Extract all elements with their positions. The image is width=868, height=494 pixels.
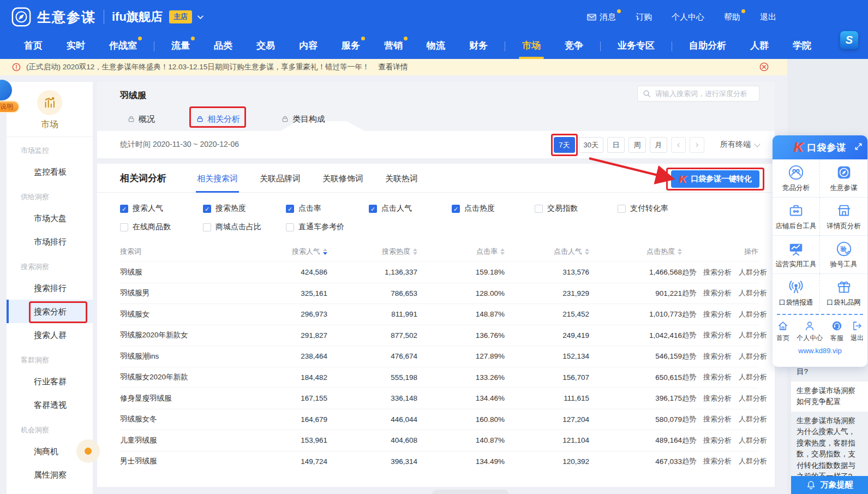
checkbox-box[interactable] <box>535 205 543 213</box>
nav-item-财务[interactable]: 财务 <box>469 34 488 59</box>
action-link-人群分析[interactable]: 人群分析 <box>739 414 767 424</box>
action-link-搜索分析[interactable]: 搜索分析 <box>703 436 732 445</box>
pocket-footer-个人中心[interactable]: 个人中心 <box>797 320 823 343</box>
action-link-趋势[interactable]: 趋势 <box>682 394 696 403</box>
word-tab-关联修饰词[interactable]: 关联修饰词 <box>322 164 363 193</box>
checkbox-搜索人气[interactable]: ✓搜索人气 <box>120 204 203 213</box>
action-link-趋势[interactable]: 趋势 <box>682 436 696 445</box>
checkbox-点击人气[interactable]: ✓点击人气 <box>369 204 452 213</box>
checkbox-box[interactable]: ✓ <box>286 205 294 213</box>
header-action-帮助[interactable]: 帮助 <box>724 12 740 22</box>
action-link-趋势[interactable]: 趋势 <box>682 288 696 298</box>
sort-caret[interactable] <box>678 248 682 255</box>
sidebar-item-监控看板[interactable]: 监控看板 <box>7 160 93 183</box>
nav-item-自助分析[interactable]: 自助分析 <box>689 34 726 59</box>
checkbox-在线商品数[interactable]: 在线商品数 <box>120 222 203 232</box>
pocket-tool-竞品分析[interactable]: 竞品分析 <box>773 159 820 198</box>
sort-caret[interactable] <box>500 248 505 255</box>
action-link-人群分析[interactable]: 人群分析 <box>739 310 767 319</box>
sidebar-item-搜索分析[interactable]: 搜索分析 <box>7 300 93 323</box>
word-tab-关联品牌词[interactable]: 关联品牌词 <box>260 164 301 193</box>
action-link-趋势[interactable]: 趋势 <box>682 372 696 382</box>
checkbox-box[interactable]: ✓ <box>203 205 211 213</box>
word-tab-相关搜索词[interactable]: 相关搜索词 <box>197 164 238 193</box>
pocket-tool-验号工具[interactable]: 验验号工具 <box>820 236 867 274</box>
pocket-tool-店铺后台工具[interactable]: 店铺后台工具 <box>773 198 820 236</box>
nav-item-人群[interactable]: 人群 <box>750 34 769 59</box>
sort-caret[interactable] <box>585 248 589 255</box>
action-link-趋势[interactable]: 趋势 <box>682 330 696 340</box>
sort-caret[interactable] <box>413 248 417 255</box>
nav-item-市场[interactable]: 市场 <box>522 34 541 59</box>
action-link-搜索分析[interactable]: 搜索分析 <box>703 310 732 319</box>
header-action-退出[interactable]: 退出 <box>760 12 776 22</box>
action-link-趋势[interactable]: 趋势 <box>682 267 696 277</box>
checkbox-直通车参考价[interactable]: 直通车参考价 <box>286 222 369 232</box>
sidebar-item-市场排行[interactable]: 市场排行 <box>7 230 93 253</box>
date-button-7天[interactable]: 7天 <box>554 137 574 153</box>
action-link-搜索分析[interactable]: 搜索分析 <box>703 394 732 403</box>
nav-item-营销[interactable]: 营销 <box>384 34 403 59</box>
checkbox-box[interactable] <box>618 205 626 213</box>
pocket-footer-退出[interactable]: 退出 <box>851 320 864 343</box>
nav-item-服务[interactable]: 服务 <box>342 34 360 59</box>
nav-item-首页[interactable]: 首页 <box>24 34 43 59</box>
sort-caret[interactable] <box>323 248 327 255</box>
action-link-趋势[interactable]: 趋势 <box>682 456 696 466</box>
checkbox-交易指数[interactable]: 交易指数 <box>535 204 618 213</box>
action-link-人群分析[interactable]: 人群分析 <box>739 352 767 361</box>
header-action-订购[interactable]: 订购 <box>636 12 652 22</box>
tab-类目构成[interactable]: 类目构成 <box>282 107 325 131</box>
action-link-搜索分析[interactable]: 搜索分析 <box>703 414 732 424</box>
header-action-消息[interactable]: 消息 <box>587 12 616 22</box>
faq-reminder-bar[interactable]: 万象提醒 <box>791 476 868 494</box>
action-link-人群分析[interactable]: 人群分析 <box>739 288 767 298</box>
date-button-周[interactable]: 周 <box>628 137 646 153</box>
sidebar-item-淘商机[interactable]: 淘商机 <box>7 439 93 463</box>
action-link-人群分析[interactable]: 人群分析 <box>739 436 767 445</box>
action-link-人群分析[interactable]: 人群分析 <box>739 330 767 340</box>
action-link-人群分析[interactable]: 人群分析 <box>739 394 767 403</box>
checkbox-box[interactable] <box>286 223 294 231</box>
prev-arrow-button[interactable]: ‹ <box>671 137 686 153</box>
action-link-搜索分析[interactable]: 搜索分析 <box>703 456 732 466</box>
checkbox-搜索热度[interactable]: ✓搜索热度 <box>203 204 286 213</box>
checkbox-box[interactable] <box>203 223 211 231</box>
pocket-footer-客服[interactable]: 客服 <box>830 320 843 343</box>
chevron-down-icon[interactable] <box>197 13 203 19</box>
sidebar-item-行业客群[interactable]: 行业客群 <box>7 370 93 393</box>
action-link-人群分析[interactable]: 人群分析 <box>739 372 767 382</box>
nav-item-业务专区[interactable]: 业务专区 <box>618 34 655 59</box>
action-link-搜索分析[interactable]: 搜索分析 <box>703 267 732 277</box>
checkbox-商城点击占比[interactable]: 商城点击占比 <box>203 222 286 232</box>
header-action-个人中心[interactable]: 个人中心 <box>672 12 704 22</box>
tab-相关分析[interactable]: 相关分析 <box>196 107 240 131</box>
nav-item-内容[interactable]: 内容 <box>299 34 318 59</box>
nav-item-学院[interactable]: 学院 <box>793 34 811 59</box>
nav-item-品类[interactable]: 品类 <box>214 34 232 59</box>
help-tag[interactable]: 说明 <box>0 100 20 113</box>
action-link-人群分析[interactable]: 人群分析 <box>739 267 767 277</box>
nav-item-交易[interactable]: 交易 <box>256 34 275 59</box>
checkbox-box[interactable]: ✓ <box>120 205 128 213</box>
action-link-趋势[interactable]: 趋势 <box>682 310 696 319</box>
pocket-tool-口袋情报通[interactable]: 口袋情报通 <box>773 274 820 312</box>
action-link-搜索分析[interactable]: 搜索分析 <box>703 330 732 340</box>
action-link-人群分析[interactable]: 人群分析 <box>739 456 767 466</box>
action-link-搜索分析[interactable]: 搜索分析 <box>703 372 732 382</box>
sidebar-item-搜索人群[interactable]: 搜索人群 <box>7 323 93 347</box>
date-button-月[interactable]: 月 <box>650 137 667 153</box>
terminal-dropdown[interactable]: 所有终端 <box>720 140 759 150</box>
checkbox-点击率[interactable]: ✓点击率 <box>286 204 369 213</box>
notice-detail-link[interactable]: 查看详情 <box>378 62 408 72</box>
sidebar-item-属性洞察[interactable]: 属性洞察 <box>7 463 93 486</box>
pocket-tool-口袋礼品网[interactable]: 口袋礼品网 <box>820 274 867 312</box>
nav-item-实时[interactable]: 实时 <box>67 34 85 59</box>
pocket-tool-详情页分析[interactable]: 详情页分析 <box>820 198 867 236</box>
sidebar-item-客群透视[interactable]: 客群透视 <box>7 393 93 416</box>
date-button-30天[interactable]: 30天 <box>579 137 603 153</box>
checkbox-支付转化率[interactable]: 支付转化率 <box>618 204 701 213</box>
checkbox-box[interactable]: ✓ <box>452 205 460 213</box>
word-tab-关联热词[interactable]: 关联热词 <box>385 164 418 193</box>
search-input[interactable] <box>654 89 754 98</box>
